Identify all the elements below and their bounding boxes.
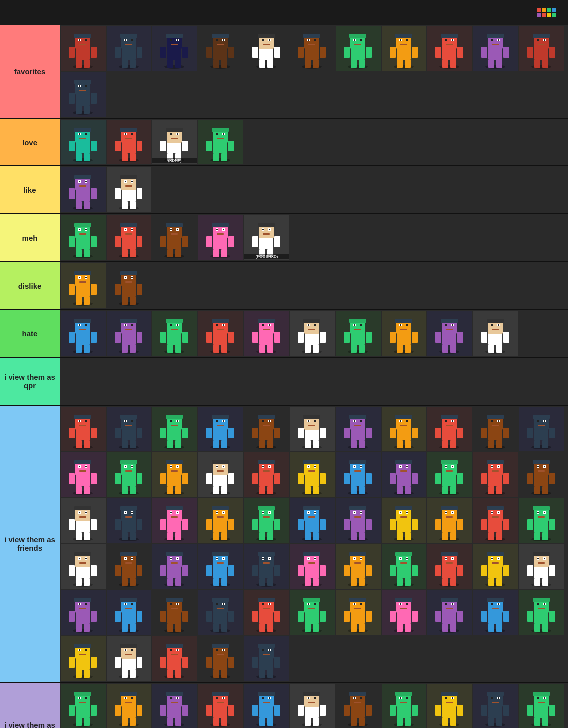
svg-rect-948 [534, 532, 540, 540]
svg-rect-657 [91, 473, 97, 484]
svg-rect-627 [496, 440, 502, 448]
svg-rect-262 [76, 249, 82, 257]
svg-rect-377 [137, 332, 142, 343]
svg-rect-88 [349, 34, 366, 38]
svg-rect-522 [166, 415, 183, 419]
svg-rect-949 [542, 532, 548, 540]
tier-item [427, 544, 472, 589]
tier-item [519, 498, 564, 543]
svg-rect-850 [213, 532, 219, 540]
svg-rect-1170 [269, 603, 270, 605]
tier-item [382, 407, 426, 451]
svg-rect-108 [397, 60, 403, 68]
svg-rect-1326 [259, 670, 265, 678]
svg-rect-1422 [360, 697, 362, 699]
svg-rect-848 [223, 512, 224, 513]
svg-rect-1269 [79, 654, 86, 655]
svg-rect-221 [221, 153, 227, 161]
tier-row-hate: hate [0, 310, 568, 358]
svg-rect-189 [125, 133, 126, 135]
svg-rect-612 [442, 440, 448, 448]
svg-rect-1244 [481, 611, 487, 622]
svg-rect-363 [91, 332, 97, 343]
svg-rect-704 [258, 460, 275, 464]
tier-label-qpr: i view them as qpr [0, 358, 60, 405]
svg-rect-1118 [69, 611, 75, 622]
svg-rect-934 [488, 532, 494, 540]
svg-rect-937 [503, 519, 509, 530]
svg-rect-626 [488, 440, 494, 448]
svg-rect-1035 [320, 565, 326, 576]
svg-rect-1228 [442, 624, 448, 632]
svg-rect-391 [182, 332, 188, 343]
svg-rect-508 [120, 415, 137, 419]
tier-item [427, 26, 472, 71]
svg-rect-1073 [446, 562, 453, 564]
svg-rect-1113 [79, 603, 80, 605]
svg-rect-696 [213, 486, 219, 494]
svg-rect-1286 [115, 657, 121, 668]
svg-rect-834 [177, 512, 178, 513]
svg-rect-298 [212, 223, 229, 227]
svg-rect-918 [452, 512, 453, 513]
svg-rect-1127 [125, 603, 126, 605]
tier-item [107, 407, 151, 451]
svg-rect-265 [91, 236, 97, 247]
svg-rect-38 [167, 60, 173, 68]
tier-item [152, 498, 197, 543]
svg-rect-1424 [351, 718, 357, 726]
tier-item [382, 498, 426, 543]
svg-rect-1337 [79, 697, 80, 699]
svg-rect-1187 [313, 624, 319, 632]
svg-rect-382 [166, 319, 183, 323]
svg-rect-652 [85, 466, 87, 467]
svg-rect-1169 [262, 603, 264, 605]
svg-rect-92 [360, 39, 362, 41]
svg-rect-1115 [79, 608, 86, 609]
svg-rect-123 [450, 60, 456, 68]
svg-rect-1329 [274, 657, 280, 668]
svg-rect-290 [167, 249, 173, 257]
svg-rect-1256 [534, 624, 540, 632]
svg-rect-23 [125, 44, 132, 45]
svg-rect-486 [488, 345, 494, 353]
svg-rect-471 [446, 329, 453, 330]
tier-item [473, 544, 518, 589]
svg-rect-1432 [395, 692, 412, 696]
tier-item [152, 452, 197, 497]
svg-rect-312 [258, 223, 275, 227]
svg-rect-125 [457, 47, 463, 58]
svg-rect-1325 [263, 654, 270, 655]
svg-rect-797 [549, 473, 555, 484]
svg-rect-1180 [303, 598, 320, 602]
svg-rect-654 [76, 486, 82, 494]
svg-rect-403 [221, 345, 227, 353]
svg-rect-597 [400, 425, 407, 426]
tier-item [382, 26, 426, 71]
svg-rect-1310 [223, 649, 224, 651]
svg-rect-862 [269, 512, 270, 513]
svg-rect-217 [216, 133, 218, 135]
logo-cell [537, 13, 541, 17]
svg-rect-79 [308, 44, 315, 45]
svg-rect-1339 [79, 702, 86, 703]
tier-item [198, 120, 243, 164]
svg-rect-1365 [170, 697, 172, 699]
svg-rect-39 [175, 60, 181, 68]
svg-rect-83 [320, 47, 326, 58]
svg-rect-839 [182, 519, 188, 530]
tier-item [61, 684, 106, 728]
svg-rect-106 [406, 39, 408, 41]
svg-rect-1068 [441, 552, 458, 556]
svg-rect-390 [160, 332, 166, 343]
svg-rect-1460 [487, 692, 504, 696]
svg-rect-36 [177, 39, 178, 41]
svg-rect-256 [74, 223, 91, 227]
svg-rect-4 [74, 34, 91, 38]
tier-label-love: love [0, 119, 60, 165]
svg-rect-710 [259, 486, 265, 494]
svg-rect-1455 [457, 705, 463, 716]
svg-rect-1340 [76, 718, 82, 726]
tier-item [244, 590, 289, 635]
svg-rect-977 [130, 578, 136, 586]
